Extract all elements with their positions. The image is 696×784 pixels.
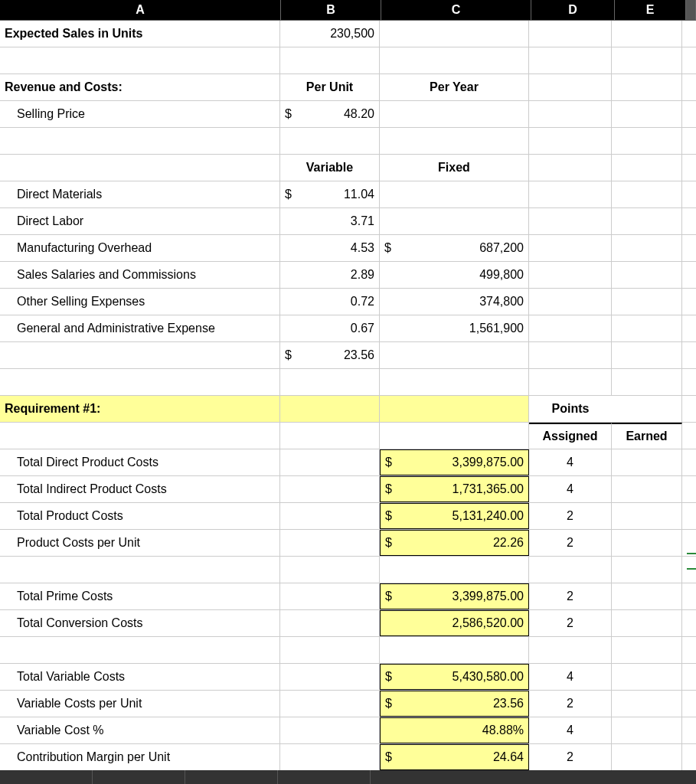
cell[interactable] xyxy=(280,369,380,395)
cell[interactable] xyxy=(0,47,280,74)
cell[interactable] xyxy=(280,583,380,609)
cell[interactable] xyxy=(280,637,380,663)
sales-salaries-variable[interactable]: 2.89 xyxy=(280,262,380,288)
points-assigned[interactable]: 2 xyxy=(529,610,612,636)
req-value[interactable] xyxy=(380,637,529,663)
cell[interactable] xyxy=(529,47,612,74)
manufacturing-overhead-fixed[interactable]: $687,200 xyxy=(380,235,529,261)
cell[interactable] xyxy=(280,503,380,529)
selling-price-value[interactable]: $48.20 xyxy=(280,101,380,127)
cell[interactable] xyxy=(380,369,529,395)
points-earned[interactable] xyxy=(612,583,682,609)
cell[interactable] xyxy=(380,47,529,74)
points-assigned[interactable]: 4 xyxy=(529,476,612,502)
cell[interactable] xyxy=(280,128,380,154)
req-value[interactable]: $1,731,365.00 xyxy=(380,476,529,502)
general-admin-label[interactable]: General and Administrative Expense xyxy=(0,315,280,341)
req-value[interactable]: $3,399,875.00 xyxy=(380,449,529,475)
manufacturing-overhead-label[interactable]: Manufacturing Overhead xyxy=(0,235,280,261)
points-assigned[interactable]: 2 xyxy=(529,691,612,717)
cell[interactable] xyxy=(0,369,280,395)
requirement-1-header[interactable]: Requirement #1: xyxy=(0,396,280,422)
other-selling-variable[interactable]: 0.72 xyxy=(280,289,380,315)
col-header-a[interactable]: A xyxy=(0,0,281,20)
points-assigned[interactable]: 2 xyxy=(529,744,612,770)
cell[interactable] xyxy=(280,717,380,743)
cell[interactable] xyxy=(612,74,682,100)
assigned-header[interactable]: Assigned xyxy=(529,423,612,449)
cell[interactable] xyxy=(612,342,682,368)
points-earned[interactable] xyxy=(612,717,682,743)
sales-salaries-fixed[interactable]: 499,800 xyxy=(380,262,529,288)
cell[interactable] xyxy=(529,369,612,395)
cell[interactable] xyxy=(280,530,380,556)
points-assigned[interactable] xyxy=(529,637,612,663)
cell[interactable] xyxy=(612,181,682,207)
points-earned[interactable] xyxy=(612,744,682,770)
points-assigned[interactable] xyxy=(529,557,612,583)
cell[interactable] xyxy=(280,691,380,717)
cell[interactable] xyxy=(380,208,529,234)
points-earned[interactable] xyxy=(612,476,682,502)
points-assigned[interactable]: 2 xyxy=(529,503,612,529)
sheet-tab-strip[interactable] xyxy=(0,770,696,784)
req-value[interactable]: $22.26 xyxy=(380,530,529,556)
points-assigned[interactable]: 4 xyxy=(529,449,612,475)
req-label[interactable]: Total Product Costs xyxy=(0,503,280,529)
variable-header[interactable]: Variable xyxy=(280,155,380,181)
cell[interactable] xyxy=(529,289,612,315)
cell[interactable] xyxy=(612,369,682,395)
req-value[interactable]: $5,430,580.00 xyxy=(380,664,529,690)
general-admin-variable[interactable]: 0.67 xyxy=(280,315,380,341)
req-value[interactable]: $3,399,875.00 xyxy=(380,583,529,609)
cell[interactable] xyxy=(280,610,380,636)
cell[interactable] xyxy=(380,21,529,47)
req-label[interactable]: Variable Cost % xyxy=(0,717,280,743)
cell[interactable] xyxy=(380,342,529,368)
cell[interactable] xyxy=(529,21,612,47)
req-label[interactable]: Total Variable Costs xyxy=(0,664,280,690)
selling-price-label[interactable]: Selling Price xyxy=(0,101,280,127)
points-earned[interactable] xyxy=(612,557,682,583)
cell[interactable] xyxy=(0,423,280,449)
col-header-d[interactable]: D xyxy=(531,0,615,20)
col-header-b[interactable]: B xyxy=(281,0,381,20)
cell[interactable] xyxy=(612,101,682,127)
cell[interactable] xyxy=(612,47,682,74)
manufacturing-overhead-variable[interactable]: 4.53 xyxy=(280,235,380,261)
cell[interactable] xyxy=(529,262,612,288)
cell[interactable] xyxy=(280,396,380,422)
variable-total[interactable]: $23.56 xyxy=(280,342,380,368)
req-label[interactable]: Total Indirect Product Costs xyxy=(0,476,280,502)
req-label[interactable]: Total Prime Costs xyxy=(0,583,280,609)
cell[interactable] xyxy=(380,101,529,127)
cell[interactable] xyxy=(280,47,380,74)
fixed-header[interactable]: Fixed xyxy=(380,155,529,181)
req-value[interactable] xyxy=(380,557,529,583)
direct-labor-label[interactable]: Direct Labor xyxy=(0,208,280,234)
req-label[interactable]: Product Costs per Unit xyxy=(0,530,280,556)
cell[interactable] xyxy=(612,128,682,154)
cell[interactable] xyxy=(529,74,612,100)
req-value[interactable]: $5,131,240.00 xyxy=(380,503,529,529)
cell[interactable] xyxy=(612,208,682,234)
expected-sales-label[interactable]: Expected Sales in Units xyxy=(0,21,280,47)
sales-salaries-label[interactable]: Sales Salaries and Commissions xyxy=(0,262,280,288)
cell[interactable] xyxy=(612,155,682,181)
points-earned[interactable] xyxy=(612,503,682,529)
points-earned[interactable] xyxy=(612,530,682,556)
general-admin-fixed[interactable]: 1,561,900 xyxy=(380,315,529,341)
req-label[interactable] xyxy=(0,557,280,583)
cell[interactable] xyxy=(612,315,682,341)
points-earned[interactable] xyxy=(612,449,682,475)
req-value[interactable]: 2,586,520.00 xyxy=(380,610,529,636)
cell[interactable] xyxy=(380,181,529,207)
cell[interactable] xyxy=(529,235,612,261)
cell[interactable] xyxy=(529,128,612,154)
expected-sales-value[interactable]: 230,500 xyxy=(280,21,380,47)
points-header[interactable]: Points xyxy=(529,396,612,422)
cell[interactable] xyxy=(529,315,612,341)
cell[interactable] xyxy=(612,289,682,315)
cell[interactable] xyxy=(612,21,682,47)
other-selling-fixed[interactable]: 374,800 xyxy=(380,289,529,315)
